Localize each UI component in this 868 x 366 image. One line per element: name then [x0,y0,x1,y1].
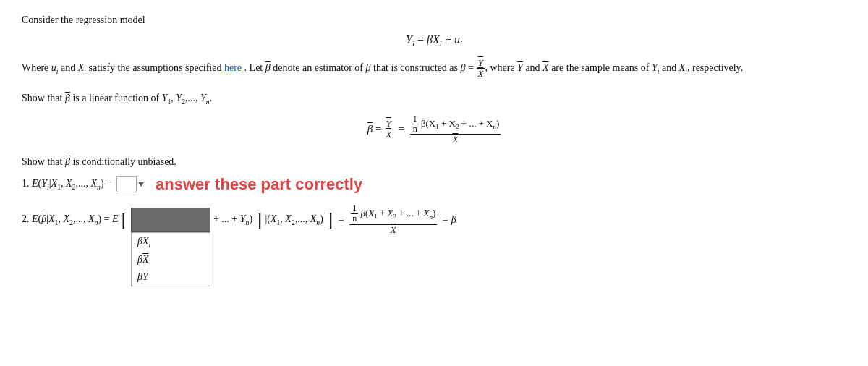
open-bracket: [ [122,210,128,230]
close-bracket: ] [255,210,262,230]
q2-row: 2. E(β|X1, X2,..., Xn) = E [ βXi βX βY +… [22,201,846,235]
intro-text: Consider the regression model [22,14,846,26]
outer-close-bracket: ] [326,210,333,230]
x-bar: X [542,62,549,73]
intro-section: Consider the regression model Yi = βXi +… [22,14,846,80]
where-word: where [490,62,517,73]
q2-cond: |(X1, X2,..., Xn) [265,213,323,226]
q2-dropdown-container[interactable]: βXi βX βY [131,208,210,232]
beta-linear-eq: β = Y X = 1 n β(X1 + X2 + ... + Xn) X [22,114,846,145]
q2-right-frac: 1 n β(X1 + X2 + ... + Xn) X [349,204,437,235]
q1-dropdown-arrow[interactable] [138,182,144,187]
q1-label: 1. E(Yi|X1, X2,..., Xn) = [22,178,112,191]
where-line: Where ui and Xi satisfy the assumptions … [22,58,846,80]
show-unbiased-section: Show that β is conditionally unbiased. 1… [22,156,846,235]
where-prefix: Where ui and Xi satisfy the assumptions … [22,62,224,73]
q2-option-2[interactable]: βX [132,251,210,268]
q2-bracket-inner: + ... + Yn) [213,213,252,226]
main-equation: Yi = βXi + ui [22,33,846,48]
here-link[interactable]: here [224,62,242,73]
q1-dropdown-box[interactable] [116,176,137,192]
q2-option-1[interactable]: βXi [132,233,210,252]
beta-frac-left: Y X [384,119,393,140]
show-unbiased-text: Show that β is conditionally unbiased. [22,156,846,168]
y-bar: Y [517,62,523,73]
where-middle: . Let β denote an estimator of β that is… [244,62,744,73]
yi-term: Yi = βXi + ui [406,33,462,46]
q1-answer-text: answer these part correctly [156,175,362,194]
beta-hat-frac: Y X [476,58,485,80]
frac-denominator: X [476,69,485,79]
q2-option-3[interactable]: βY [132,268,210,286]
q1-dropdown[interactable] [116,176,144,192]
beta-frac-right: 1 n β(X1 + X2 + ... + Xn) X [410,114,501,145]
q1-row: 1. E(Yi|X1, X2,..., Xn) = answer these p… [22,175,846,194]
q2-label: 2. E(β|X1, X2,..., Xn) = E [22,213,119,226]
show-linear-text: Show that β is a linear function of Y1, … [22,93,846,106]
show-linear-section: Show that β is a linear function of Y1, … [22,93,846,145]
q2-dropdown-selected[interactable] [131,208,210,232]
q2-dropdown-menu[interactable]: βXi βX βY [131,232,210,287]
q2-left-part: 2. E(β|X1, X2,..., Xn) = E [ βXi βX βY +… [22,204,456,235]
